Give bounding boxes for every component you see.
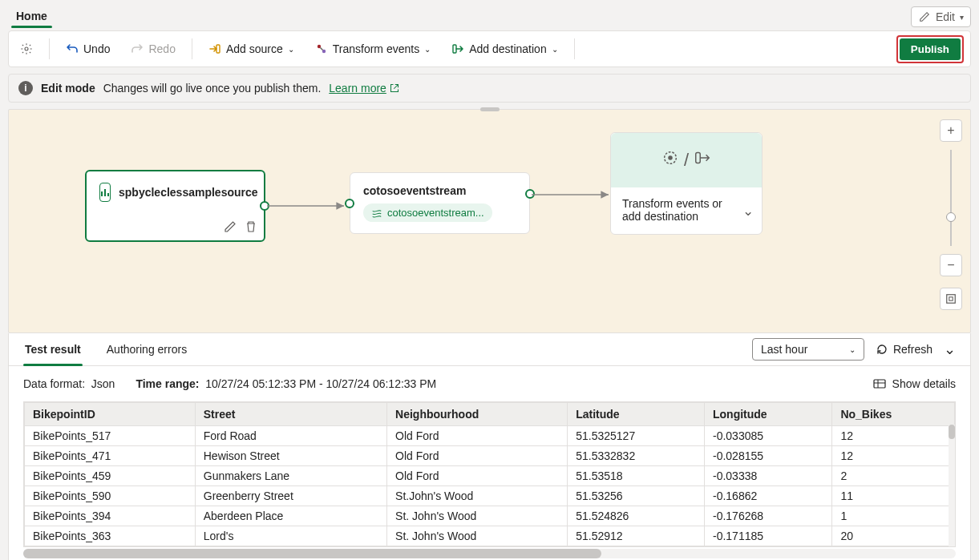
add-source-icon [208,42,221,55]
table-cell: BikePoints_363 [25,526,196,546]
scroll-thumb[interactable] [949,425,955,439]
refresh-icon [876,343,888,356]
table-cell: Gunmakers Lane [195,466,386,486]
zoom-in-button[interactable]: + [940,119,962,142]
publish-highlight: Publish [896,35,964,63]
table-row[interactable]: BikePoints_394Aberdeen PlaceSt. John's W… [25,506,955,526]
edit-mode-label: Edit [936,10,955,23]
svg-rect-12 [949,297,953,300]
horizontal-scrollbar[interactable] [23,549,956,558]
slash: / [684,150,689,171]
column-header[interactable]: BikepointID [25,403,196,426]
show-details-button[interactable]: Show details [873,377,956,390]
fit-to-screen-button[interactable] [940,288,962,310]
svg-rect-10 [696,153,701,163]
table-cell: 20 [832,526,955,546]
table-row[interactable]: BikePoints_471Hewison StreetOld Ford51.5… [25,446,955,466]
results-table: BikepointIDStreetNeighbourhoodLatitudeLo… [23,401,956,547]
show-details-label: Show details [892,377,956,390]
chevron-down-icon[interactable]: ⌄ [944,340,956,358]
table-cell: -0.16862 [704,486,831,506]
port-out[interactable] [525,189,535,199]
zoom-handle[interactable] [946,212,956,222]
chevron-down-icon: ⌄ [552,45,558,54]
destination-icon [694,149,711,171]
table-cell: 51.5325127 [568,426,705,446]
scroll-thumb[interactable] [23,549,601,558]
node-stream[interactable]: cotosoeventstream cotosoeventstream... [350,172,530,234]
edit-mode-dropdown[interactable]: Edit ▾ [911,6,971,27]
table-cell: Hewison Street [195,446,386,466]
node-source[interactable]: spbycleclessamplesource [85,170,265,242]
column-header[interactable]: Street [195,403,386,426]
stream-pill[interactable]: cotosoeventstream... [363,203,492,222]
table-cell: BikePoints_394 [25,506,196,526]
table-cell: -0.03338 [704,466,831,486]
port-in[interactable] [345,199,354,208]
pencil-icon[interactable] [224,220,237,236]
redo-icon [131,42,144,55]
time-range-label: Time range: [136,377,199,390]
table-cell: Ford Road [195,426,386,446]
table-cell: Old Ford [387,426,568,446]
time-range-value: Last hour [761,343,807,356]
table-cell: 51.5332832 [568,446,705,466]
trash-icon[interactable] [245,220,257,236]
settings-button[interactable] [15,39,38,58]
banner-message: Changes will go live once you publish th… [103,82,322,95]
chevron-down-icon[interactable]: ⌄ [742,203,754,220]
port-out[interactable] [260,201,269,211]
details-icon [873,377,886,390]
tab-test-result[interactable]: Test result [23,333,83,365]
transform-events-button[interactable]: Transform events ⌄ [310,39,435,58]
table-cell: Old Ford [387,466,568,486]
table-row[interactable]: BikePoints_517Ford RoadOld Ford51.532512… [25,426,955,446]
svg-rect-5 [101,191,103,196]
table-row[interactable]: BikePoints_363Lord'sSt. John's Wood51.52… [25,526,955,546]
table-row[interactable]: BikePoints_590Greenberry StreetSt.John's… [25,486,955,506]
table-cell: BikePoints_517 [25,426,196,446]
vertical-scrollbar[interactable] [949,425,955,546]
refresh-button[interactable]: Refresh [876,343,932,356]
undo-button[interactable]: Undo [61,39,115,58]
node-destination-placeholder[interactable]: / Transform events or add destination ⌄ [610,132,763,235]
redo-button[interactable]: Redo [126,39,180,58]
zoom-out-button[interactable]: − [940,254,962,276]
publish-button[interactable]: Publish [900,38,961,60]
svg-point-9 [668,155,673,160]
learn-more-link[interactable]: Learn more [329,82,399,95]
redo-label: Redo [148,42,175,55]
info-icon: i [18,81,33,95]
column-header[interactable]: Longitude [704,403,831,426]
zoom-slider[interactable] [950,150,952,246]
time-range-dropdown[interactable]: Last hour ⌄ [752,338,864,361]
table-cell: Old Ford [387,446,568,466]
chevron-down-icon: ⌄ [849,345,856,354]
table-cell: 51.524826 [568,506,705,526]
tab-authoring-errors[interactable]: Authoring errors [105,333,188,365]
tab-home[interactable]: Home [8,5,55,27]
table-row[interactable]: BikePoints_459Gunmakers LaneOld Ford51.5… [25,466,955,486]
transform-icon [661,149,679,171]
column-header[interactable]: Latitude [568,403,705,426]
panel-resize-grip[interactable] [480,107,500,111]
node-source-title: spbycleclessamplesource [119,186,258,199]
chevron-down-icon: ⌄ [424,45,431,54]
table-cell: BikePoints_471 [25,446,196,466]
table-cell: -0.028155 [704,446,831,466]
table-cell: 51.52912 [568,526,705,546]
table-cell: 1 [832,506,955,526]
column-header[interactable]: No_Bikes [832,403,955,426]
bar-chart-icon [99,183,111,202]
table-cell: Lord's [195,526,386,546]
add-source-button[interactable]: Add source ⌄ [204,39,299,58]
add-destination-button[interactable]: Add destination ⌄ [447,39,563,58]
chevron-down-icon: ⌄ [288,45,294,54]
table-cell: -0.176268 [704,506,831,526]
destination-text: Transform events or add destination [622,197,722,223]
graph-canvas[interactable]: spbycleclessamplesource cotosoeventstrea… [8,109,971,333]
svg-rect-7 [107,193,109,196]
column-header[interactable]: Neighbourhood [387,403,568,426]
svg-rect-6 [104,189,106,196]
transform-icon [315,42,328,55]
